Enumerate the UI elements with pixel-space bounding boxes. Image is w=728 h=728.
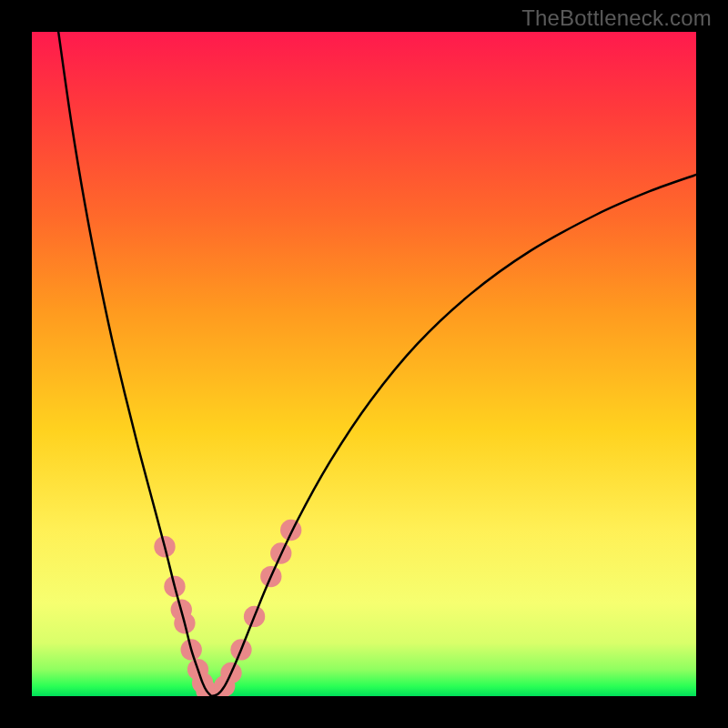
- left-branch-curve: [58, 32, 211, 696]
- right-branch-curve: [211, 175, 696, 696]
- chart-frame: TheBottleneck.com: [0, 0, 728, 728]
- plot-area: [32, 32, 696, 696]
- markers-group: [154, 520, 301, 696]
- curve-layer: [32, 32, 696, 696]
- watermark-label: TheBottleneck.com: [521, 5, 712, 31]
- marker-point: [280, 520, 301, 541]
